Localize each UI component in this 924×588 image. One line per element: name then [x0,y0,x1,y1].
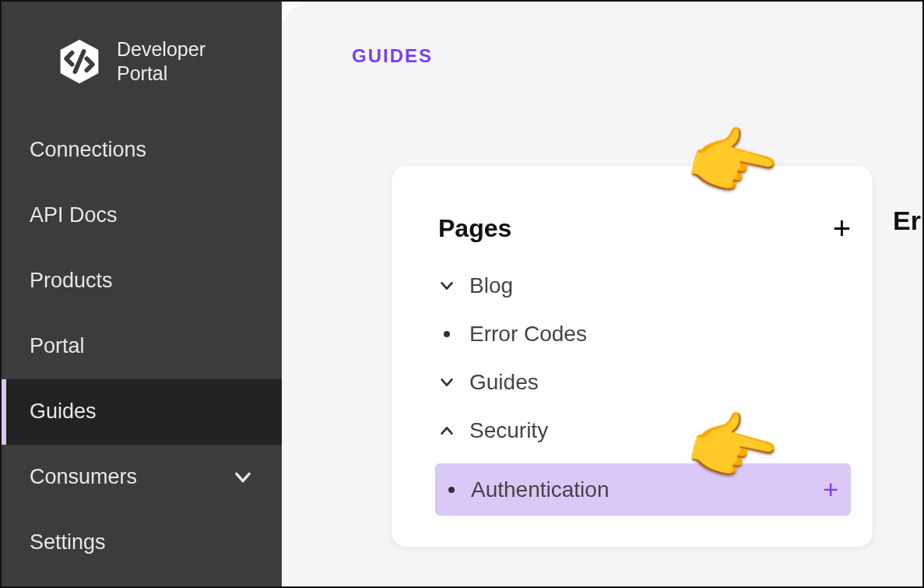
nav-item-consumers[interactable]: Consumers [2,445,282,510]
add-page-button[interactable]: + [833,213,851,244]
bullet-icon [444,331,450,337]
tree-item-security[interactable]: Security [438,415,851,446]
tree-item-error-codes[interactable]: Error Codes [438,319,851,350]
nav-item-products[interactable]: Products [2,248,282,314]
logo-text: Developer Portal [117,37,206,86]
pages-title: Pages [438,214,511,243]
pages-panel: Pages + Blog Error Codes Guides Security [391,165,873,548]
nav-item-portal[interactable]: Portal [2,314,282,379]
sidebar: Developer Portal Connections API Docs Pr… [2,2,282,586]
nav-item-api-docs[interactable]: API Docs [2,183,282,248]
breadcrumb: GUIDES [352,45,922,67]
pages-tree: Blog Error Codes Guides Security Authent… [438,270,851,516]
tree-item-authentication[interactable]: Authentication + [435,463,851,516]
nav-item-settings[interactable]: Settings [2,510,282,576]
tree-item-blog[interactable]: Blog [438,270,851,301]
chevron-down-icon [232,467,254,488]
logo: Developer Portal [2,2,282,118]
bullet-icon [448,487,455,493]
chevron-down-icon [438,277,455,294]
add-child-page-button[interactable]: + [823,474,838,505]
tree-item-guides[interactable]: Guides [438,367,851,398]
app-frame: Developer Portal Connections API Docs Pr… [0,0,924,588]
right-cut-text: Er [893,206,921,236]
nav-item-connections[interactable]: Connections [2,118,282,183]
nav: Connections API Docs Products Portal Gui… [2,118,282,576]
chevron-up-icon [438,422,455,439]
chevron-down-icon [438,374,455,391]
pages-panel-header: Pages + [438,213,851,244]
logo-icon [56,38,103,85]
nav-item-guides[interactable]: Guides [2,379,282,445]
